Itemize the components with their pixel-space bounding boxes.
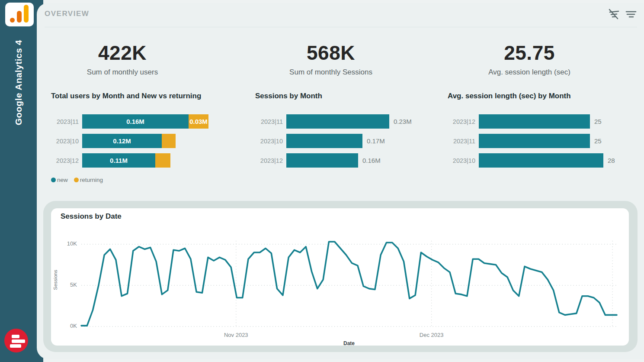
kpi-value: 25.75: [458, 41, 601, 65]
bar-track: [479, 153, 603, 168]
bar-track: 0.11M: [82, 153, 170, 168]
bar-track: [286, 114, 389, 129]
bar-value-label: 25: [594, 118, 602, 125]
bar-segment-returning[interactable]: [162, 134, 176, 148]
bar-segment-new[interactable]: 0.11M: [82, 153, 155, 168]
dashboard-page: Google Analytics 4 OVERVIEW: [0, 0, 644, 362]
sessions-line-chart[interactable]: [81, 239, 617, 330]
header-icons: [607, 7, 638, 21]
chart-title: Avg. session length (sec) by Month: [448, 92, 644, 100]
y-tick-label: 0K: [51, 323, 77, 329]
bar-row: 2023|100.17M: [255, 134, 445, 148]
bar-row: 2023|110.16M0.03M: [51, 114, 254, 129]
bar-value-label: 25: [594, 137, 602, 145]
y-axis-title: Sessions: [53, 270, 58, 290]
ga-logo-tall-bar: [24, 5, 29, 23]
bar-segment[interactable]: [479, 153, 603, 168]
chart-title: Sessions by Month: [255, 92, 445, 100]
bar-track: [479, 114, 590, 129]
sessions-by-month-chart: Sessions by Month 2023|110.23M2023|100.1…: [255, 92, 445, 173]
legend-item-new[interactable]: new: [51, 177, 68, 183]
category-label: 2023|12: [448, 118, 475, 125]
google-analytics-logo: [5, 3, 34, 26]
bar-rows: 2023|110.23M2023|100.17M2023|120.16M: [255, 114, 445, 168]
bar-segment-returning[interactable]: 0.03M: [189, 114, 208, 129]
category-label: 2023|11: [255, 118, 283, 125]
total-users-by-month-chart: Total users by Month and New vs returnin…: [51, 92, 254, 183]
legend-item-returning[interactable]: returning: [74, 177, 103, 183]
bar-rows: 2023|110.16M0.03M2023|100.12M2023|120.11…: [51, 114, 254, 168]
bar-segment-returning[interactable]: [155, 153, 170, 168]
bar-row: 2023|100.12M: [51, 134, 254, 148]
category-label: 2023|10: [448, 157, 475, 164]
category-label: 2023|10: [255, 138, 283, 145]
bar-segment[interactable]: [286, 153, 358, 168]
ga-logo-dot: [10, 18, 15, 23]
x-tick-label: Dec 2023: [408, 332, 455, 338]
bar-row: 2023|120.11M: [51, 153, 254, 168]
bar-segment[interactable]: [479, 114, 590, 129]
bar-row: 2023|1028: [448, 153, 644, 168]
main-panel: OVERVIEW 422K Sum of mon: [37, 3, 644, 359]
header-divider: [45, 27, 637, 27]
bar-value-label: 28: [608, 157, 615, 164]
kpi-card-session-length: 25.75 Avg. session length (sec): [458, 41, 601, 77]
bar-value-label: 0.17M: [367, 137, 385, 145]
avg-session-length-chart: Avg. session length (sec) by Month 2023|…: [448, 92, 644, 173]
legend-label: new: [57, 177, 68, 183]
category-label: 2023|11: [448, 138, 475, 145]
bar-segment-new[interactable]: 0.12M: [82, 134, 162, 148]
bar-track: 0.16M0.03M: [82, 114, 208, 129]
filter-icon[interactable]: [624, 7, 638, 21]
page-title: OVERVIEW: [45, 10, 89, 18]
kpi-label: Sum of monthly users: [51, 68, 194, 77]
x-tick-label: Nov 2023: [212, 332, 260, 338]
kpi-label: Sum of monthly Sessions: [260, 68, 402, 77]
bar-segment[interactable]: [286, 114, 389, 129]
bar-track: [479, 134, 590, 148]
bar-track: [286, 153, 358, 168]
legend-dot: [74, 178, 79, 182]
legend-dot: [51, 178, 56, 182]
bar-row: 2023|110.23M: [255, 114, 445, 129]
filter-off-icon[interactable]: [607, 7, 621, 21]
kpi-value: 568K: [260, 41, 402, 65]
y-tick-label: 10K: [51, 240, 77, 247]
bar-value-label: 0.16M: [362, 157, 381, 164]
legend-label: returning: [80, 177, 103, 183]
kpi-value: 422K: [51, 41, 194, 65]
chart-legend: newreturning: [51, 177, 254, 183]
bar-segment[interactable]: [286, 134, 362, 148]
x-axis-title: Date: [81, 340, 617, 346]
sessions-line[interactable]: [81, 242, 617, 326]
bar-track: [286, 134, 362, 148]
bar-row: 2023|120.16M: [255, 153, 445, 168]
kpi-card-users: 422K Sum of monthly users: [51, 41, 194, 77]
bar-value-label: 0.23M: [394, 118, 412, 125]
kpi-card-sessions: 568K Sum of monthly Sessions: [260, 41, 402, 77]
bar-segment-new[interactable]: 0.16M: [82, 114, 189, 129]
sidebar-title: Google Analytics 4: [13, 40, 24, 125]
category-label: 2023|12: [51, 157, 79, 164]
category-label: 2023|11: [51, 118, 79, 125]
red-bars-logo: [4, 329, 28, 352]
kpi-label: Avg. session length (sec): [458, 68, 601, 77]
bar-row: 2023|1225: [448, 114, 644, 129]
category-label: 2023|10: [51, 138, 79, 145]
bar-rows: 2023|12252023|11252023|1028: [448, 114, 644, 168]
bar-row: 2023|1125: [448, 134, 644, 148]
sessions-by-date-card: Sessions by Date 0K5K10KSessionsNov 2023…: [51, 208, 629, 346]
chart-title: Total users by Month and New vs returnin…: [51, 92, 254, 100]
category-label: 2023|12: [255, 157, 283, 164]
sessions-by-date-container: Sessions by Date 0K5K10KSessionsNov 2023…: [43, 201, 638, 352]
bar-track: 0.12M: [82, 134, 176, 148]
line-chart-plot: 0K5K10KSessionsNov 2023Dec 2023Date: [51, 208, 629, 346]
ga-logo-mid-bar: [17, 11, 22, 23]
bar-segment[interactable]: [479, 134, 590, 148]
